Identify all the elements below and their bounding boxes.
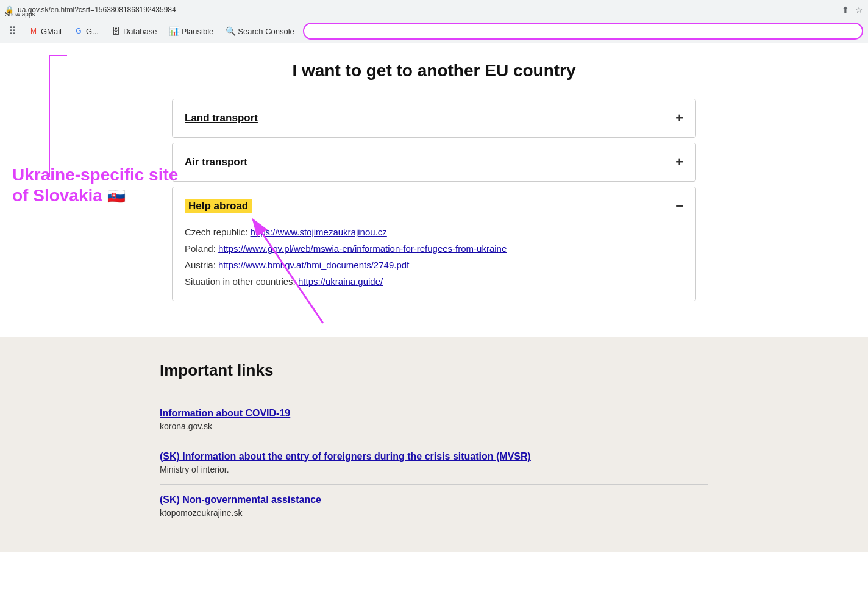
accordion-help-abroad-icon: − — [675, 198, 683, 214]
important-links-inner: Important links Information about COVID-… — [160, 361, 708, 527]
other-countries-line: Situation in other countries: https://uk… — [185, 273, 683, 290]
accordion-help-abroad: Help abroad − Czech republic: https://ww… — [172, 187, 696, 301]
ngo-link[interactable]: (SK) Non-governmental assistance — [160, 494, 321, 505]
accordion-land-transport-header[interactable]: Land transport + — [173, 99, 695, 137]
google-icon: G — [74, 26, 84, 36]
link-item-covid: Information about COVID-19 korona.gov.sk — [160, 398, 708, 441]
austria-line: Austria: https://www.bmi.gv.at/bmi_docum… — [185, 257, 683, 273]
accordion-help-abroad-body: Czech republic: https://www.stojimezaukr… — [173, 221, 695, 301]
accordion-land-transport: Land transport + — [172, 99, 696, 138]
important-links-title: Important links — [160, 361, 708, 380]
bookmark-icon[interactable]: ☆ — [855, 5, 863, 15]
browser-chrome: 🔒 ua.gov.sk/en.html?csrt=156380818681924… — [0, 0, 868, 43]
accordion-air-transport: Air transport + — [172, 143, 696, 182]
covid-link-desc: korona.gov.sk — [160, 421, 708, 431]
main-content: I want to get to another EU country Land… — [160, 43, 708, 324]
poland-line: Poland: https://www.gov.pl/web/mswia-en/… — [185, 240, 683, 257]
accordion-air-transport-title: Air transport — [185, 156, 247, 168]
gmail-icon: M — [29, 26, 38, 36]
accordion-air-transport-icon: + — [675, 154, 683, 170]
accordion-land-transport-title: Land transport — [185, 112, 258, 124]
important-links-section: Important links Information about COVID-… — [0, 337, 868, 552]
url-bar[interactable]: ua.gov.sk/en.html?csrt=15638081868192435… — [18, 5, 842, 14]
bookmark-search-console[interactable]: 🔍 Search Console — [222, 25, 298, 37]
database-icon: 🗄 — [111, 26, 121, 36]
link-item-ngo: (SK) Non-governmental assistance ktopomo… — [160, 485, 708, 527]
ngo-link-desc: ktopomozeukrajine.sk — [160, 508, 708, 518]
plausible-icon: 📊 — [169, 26, 179, 36]
foreigners-link-desc: Ministry of interior. — [160, 465, 708, 474]
apps-button[interactable]: ⠿ — [5, 23, 20, 39]
accordion-air-transport-header[interactable]: Air transport + — [173, 143, 695, 181]
other-countries-label: Situation in other countries: — [185, 276, 296, 287]
accordion-land-transport-icon: + — [675, 110, 683, 126]
link-item-foreigners: (SK) Information about the entry of fore… — [160, 441, 708, 485]
ukraina-guide-link[interactable]: https://ukraina.guide/ — [298, 276, 383, 287]
covid-link[interactable]: Information about COVID-19 — [160, 408, 290, 418]
vertical-line-annotation — [49, 55, 50, 177]
bookmark-gmail[interactable]: M GMail — [25, 25, 65, 37]
bookmarks-toolbar: Show apps ⠿ M GMail G G... 🗄 Database 📊 … — [0, 20, 868, 43]
show-apps-label: Show apps — [5, 11, 35, 18]
austria-label: Austria: — [185, 260, 216, 270]
accordion-help-abroad-title: Help abroad — [185, 199, 252, 213]
poland-label: Poland: — [185, 243, 216, 254]
czech-republic-line: Czech republic: https://www.stojimezaukr… — [185, 224, 683, 240]
page-wrapper: Ukraine-specific site of Slovakia 🇸🇰 I w… — [0, 43, 868, 552]
title-bar: 🔒 ua.gov.sk/en.html?csrt=156380818681924… — [0, 0, 868, 20]
accordion-help-abroad-header[interactable]: Help abroad − — [173, 187, 695, 221]
bookmark-google[interactable]: G G... — [70, 25, 102, 37]
czech-republic-link[interactable]: https://www.stojimezaukrajinou.cz — [251, 227, 387, 237]
czech-republic-label: Czech republic: — [185, 227, 247, 237]
austria-link[interactable]: https://www.bmi.gv.at/bmi_documents/2749… — [218, 260, 409, 270]
bookmark-database[interactable]: 🗄 Database — [107, 25, 161, 37]
page-title: I want to get to another EU country — [172, 61, 696, 80]
bookmark-plausible[interactable]: 📊 Plausible — [166, 25, 218, 37]
foreigners-link[interactable]: (SK) Information about the entry of fore… — [160, 451, 531, 462]
title-bar-actions: ⬆ ☆ — [842, 5, 863, 15]
omnibox[interactable] — [303, 23, 863, 40]
slovakia-flag: 🇸🇰 — [107, 188, 126, 204]
share-icon[interactable]: ⬆ — [842, 5, 849, 15]
horizontal-line-annotation — [49, 55, 67, 56]
poland-link[interactable]: https://www.gov.pl/web/mswia-en/informat… — [218, 243, 507, 254]
search-console-icon: 🔍 — [226, 26, 235, 36]
